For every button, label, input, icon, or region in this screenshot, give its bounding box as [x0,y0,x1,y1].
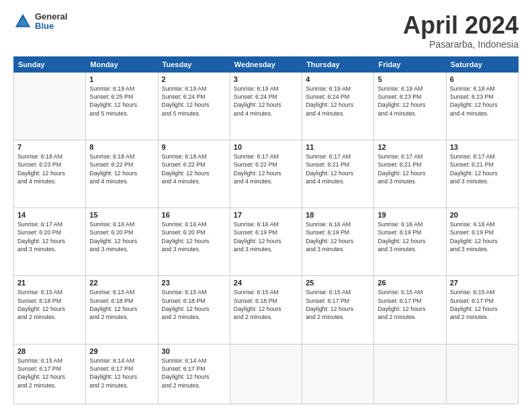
day-info: Sunrise: 6:19 AM Sunset: 6:23 PM Dayligh… [378,85,442,118]
calendar-cell [446,344,518,404]
title-block: April 2024 Pasararba, Indonesia [403,12,519,50]
calendar-cell: 5Sunrise: 6:19 AM Sunset: 6:23 PM Daylig… [374,72,446,140]
day-number: 14 [17,211,82,219]
calendar-cell [230,344,302,404]
day-info: Sunrise: 6:15 AM Sunset: 6:18 PM Dayligh… [234,288,298,321]
day-info: Sunrise: 6:15 AM Sunset: 6:18 PM Dayligh… [89,288,154,321]
weekday-header-monday: Monday [86,56,158,72]
calendar-cell: 12Sunrise: 6:17 AM Sunset: 6:21 PM Dayli… [374,140,446,208]
day-number: 22 [89,279,154,287]
day-number: 1 [89,75,154,83]
day-number: 13 [450,143,515,151]
day-number: 5 [378,75,442,83]
calendar-cell: 4Sunrise: 6:19 AM Sunset: 6:24 PM Daylig… [302,72,374,140]
calendar-week-3: 14Sunrise: 6:17 AM Sunset: 6:20 PM Dayli… [14,208,519,276]
calendar-cell: 26Sunrise: 6:15 AM Sunset: 6:17 PM Dayli… [374,276,446,344]
calendar-cell: 17Sunrise: 6:16 AM Sunset: 6:19 PM Dayli… [230,208,302,276]
calendar-cell: 28Sunrise: 6:15 AM Sunset: 6:17 PM Dayli… [14,344,86,404]
calendar-cell: 2Sunrise: 6:19 AM Sunset: 6:24 PM Daylig… [158,72,230,140]
logo: General Blue [13,12,67,32]
page: General Blue April 2024 Pasararba, Indon… [0,0,532,411]
calendar-cell: 18Sunrise: 6:16 AM Sunset: 6:19 PM Dayli… [302,208,374,276]
calendar-cell: 23Sunrise: 6:15 AM Sunset: 6:18 PM Dayli… [158,276,230,344]
calendar-cell: 8Sunrise: 6:18 AM Sunset: 6:22 PM Daylig… [86,140,158,208]
weekday-header-friday: Friday [374,56,446,72]
calendar-cell: 20Sunrise: 6:16 AM Sunset: 6:19 PM Dayli… [446,208,518,276]
calendar-cell: 7Sunrise: 6:18 AM Sunset: 6:23 PM Daylig… [14,140,86,208]
header: General Blue April 2024 Pasararba, Indon… [13,12,519,50]
day-number: 25 [306,279,370,287]
day-number: 7 [17,143,82,151]
calendar-cell: 9Sunrise: 6:18 AM Sunset: 6:22 PM Daylig… [158,140,230,208]
calendar-cell [374,344,446,404]
calendar-cell: 27Sunrise: 6:15 AM Sunset: 6:17 PM Dayli… [446,276,518,344]
day-info: Sunrise: 6:16 AM Sunset: 6:20 PM Dayligh… [162,220,226,253]
calendar-cell: 25Sunrise: 6:15 AM Sunset: 6:17 PM Dayli… [302,276,374,344]
day-info: Sunrise: 6:15 AM Sunset: 6:17 PM Dayligh… [17,357,82,390]
day-info: Sunrise: 6:19 AM Sunset: 6:24 PM Dayligh… [162,85,226,118]
calendar-cell: 24Sunrise: 6:15 AM Sunset: 6:18 PM Dayli… [230,276,302,344]
calendar-cell: 13Sunrise: 6:17 AM Sunset: 6:21 PM Dayli… [446,140,518,208]
calendar-week-1: 1Sunrise: 6:19 AM Sunset: 6:25 PM Daylig… [14,72,519,140]
day-info: Sunrise: 6:15 AM Sunset: 6:17 PM Dayligh… [450,288,515,321]
day-info: Sunrise: 6:14 AM Sunset: 6:17 PM Dayligh… [162,357,226,390]
calendar-week-5: 28Sunrise: 6:15 AM Sunset: 6:17 PM Dayli… [14,344,519,404]
day-info: Sunrise: 6:17 AM Sunset: 6:21 PM Dayligh… [378,152,442,185]
day-info: Sunrise: 6:18 AM Sunset: 6:22 PM Dayligh… [162,152,226,185]
calendar-cell: 19Sunrise: 6:16 AM Sunset: 6:19 PM Dayli… [374,208,446,276]
day-info: Sunrise: 6:17 AM Sunset: 6:20 PM Dayligh… [17,220,82,253]
day-info: Sunrise: 6:19 AM Sunset: 6:24 PM Dayligh… [306,85,370,118]
day-number: 21 [17,279,82,287]
day-info: Sunrise: 6:15 AM Sunset: 6:17 PM Dayligh… [306,288,370,321]
calendar-cell: 21Sunrise: 6:15 AM Sunset: 6:18 PM Dayli… [14,276,86,344]
logo-text: General Blue [35,12,67,32]
day-number: 24 [234,279,298,287]
calendar-cell: 10Sunrise: 6:17 AM Sunset: 6:22 PM Dayli… [230,140,302,208]
day-info: Sunrise: 6:19 AM Sunset: 6:25 PM Dayligh… [89,85,154,118]
day-info: Sunrise: 6:16 AM Sunset: 6:19 PM Dayligh… [306,220,370,253]
day-number: 16 [162,211,226,219]
day-info: Sunrise: 6:18 AM Sunset: 6:23 PM Dayligh… [450,85,515,118]
calendar-cell: 6Sunrise: 6:18 AM Sunset: 6:23 PM Daylig… [446,72,518,140]
weekday-header-saturday: Saturday [446,56,518,72]
day-number: 27 [450,279,515,287]
day-info: Sunrise: 6:15 AM Sunset: 6:18 PM Dayligh… [162,288,226,321]
day-info: Sunrise: 6:17 AM Sunset: 6:21 PM Dayligh… [450,152,515,185]
day-number: 15 [89,211,154,219]
logo-general-text: General [35,12,67,21]
day-info: Sunrise: 6:17 AM Sunset: 6:22 PM Dayligh… [234,152,298,185]
day-number: 10 [234,143,298,151]
day-number: 30 [162,347,226,355]
day-number: 3 [234,75,298,83]
day-number: 9 [162,143,226,151]
calendar-cell: 16Sunrise: 6:16 AM Sunset: 6:20 PM Dayli… [158,208,230,276]
calendar-cell [14,72,86,140]
day-number: 18 [306,211,370,219]
day-info: Sunrise: 6:16 AM Sunset: 6:19 PM Dayligh… [234,220,298,253]
day-info: Sunrise: 6:15 AM Sunset: 6:17 PM Dayligh… [378,288,442,321]
logo-icon [13,12,32,31]
weekday-header-wednesday: Wednesday [230,56,302,72]
day-number: 2 [162,75,226,83]
weekday-header-sunday: Sunday [14,56,86,72]
calendar-cell: 15Sunrise: 6:16 AM Sunset: 6:20 PM Dayli… [86,208,158,276]
calendar-week-4: 21Sunrise: 6:15 AM Sunset: 6:18 PM Dayli… [14,276,519,344]
day-number: 23 [162,279,226,287]
calendar-cell: 1Sunrise: 6:19 AM Sunset: 6:25 PM Daylig… [86,72,158,140]
day-number: 11 [306,143,370,151]
calendar-week-2: 7Sunrise: 6:18 AM Sunset: 6:23 PM Daylig… [14,140,519,208]
day-info: Sunrise: 6:18 AM Sunset: 6:23 PM Dayligh… [17,152,82,185]
calendar-cell: 30Sunrise: 6:14 AM Sunset: 6:17 PM Dayli… [158,344,230,404]
weekday-header-tuesday: Tuesday [158,56,230,72]
day-number: 26 [378,279,442,287]
calendar-cell: 11Sunrise: 6:17 AM Sunset: 6:21 PM Dayli… [302,140,374,208]
calendar-table: SundayMondayTuesdayWednesdayThursdayFrid… [13,56,519,404]
day-info: Sunrise: 6:18 AM Sunset: 6:22 PM Dayligh… [89,152,154,185]
calendar-cell: 29Sunrise: 6:14 AM Sunset: 6:17 PM Dayli… [86,344,158,404]
day-number: 20 [450,211,515,219]
day-number: 4 [306,75,370,83]
day-info: Sunrise: 6:16 AM Sunset: 6:19 PM Dayligh… [450,220,515,253]
day-number: 19 [378,211,442,219]
weekday-header-row: SundayMondayTuesdayWednesdayThursdayFrid… [14,56,519,72]
logo-blue-text: Blue [35,21,67,31]
